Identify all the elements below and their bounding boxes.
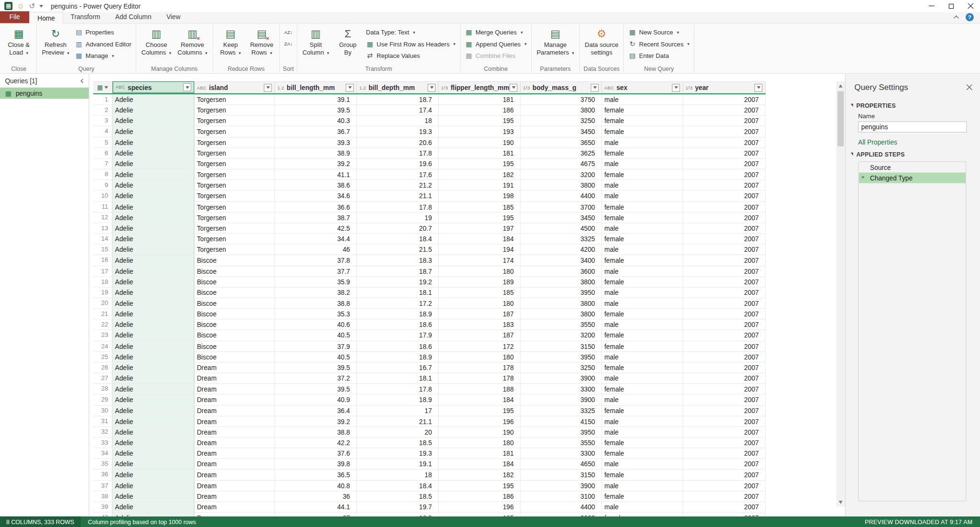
cell-species[interactable]: Adelie <box>112 105 194 116</box>
cell-sex[interactable]: female <box>602 126 683 137</box>
cell-bill_length_mm[interactable]: 38.7 <box>275 213 357 223</box>
cell-bill_depth_mm[interactable]: 18.6 <box>357 320 439 330</box>
cell-year[interactable]: 2007 <box>683 159 766 169</box>
cell-species[interactable]: Adelie <box>112 373 194 384</box>
button-data-source-settings[interactable]: ⚙Data sourcesettings <box>582 24 621 56</box>
cell-bill_depth_mm[interactable]: 20 <box>357 427 439 437</box>
row-number[interactable]: 1 <box>93 94 112 105</box>
minimize-button[interactable] <box>922 0 941 12</box>
button-close-load[interactable]: ▦Close &Load ▾ <box>4 24 34 56</box>
row-number[interactable]: 16 <box>93 255 112 266</box>
cell-bill_length_mm[interactable]: 37 <box>275 513 357 516</box>
cell-species[interactable]: Adelie <box>112 288 194 298</box>
row-number[interactable]: 26 <box>93 362 112 373</box>
cell-species[interactable]: Adelie <box>112 320 194 330</box>
cell-body_mass_g[interactable]: 3550 <box>521 437 602 448</box>
cell-sex[interactable]: female <box>602 449 683 459</box>
all-properties-link[interactable]: All Properties <box>846 133 980 147</box>
cell-year[interactable]: 2007 <box>683 213 766 223</box>
cell-body_mass_g[interactable]: 3800 <box>521 277 602 287</box>
cell-year[interactable]: 2007 <box>683 255 766 266</box>
cell-species[interactable]: Adelie <box>112 202 194 212</box>
cell-bill_length_mm[interactable]: 36.7 <box>275 126 357 137</box>
cell-year[interactable]: 2007 <box>683 341 766 352</box>
cell-bill_depth_mm[interactable]: 17.2 <box>357 298 439 309</box>
row-number[interactable]: 7 <box>93 159 112 169</box>
cell-sex[interactable]: male <box>602 180 683 191</box>
button-advanced-editor[interactable]: ▥Advanced Editor <box>73 39 134 49</box>
cell-species[interactable]: Adelie <box>112 213 194 223</box>
button-choose-columns[interactable]: ▥ChooseColumns ▾ <box>139 24 174 56</box>
cell-flipper_length_mm[interactable]: 195 <box>439 481 521 491</box>
filter-button-species[interactable] <box>183 83 191 91</box>
cell-island[interactable]: Torgersen <box>194 148 275 158</box>
cell-island[interactable]: Biscoe <box>194 352 275 362</box>
undo-icon[interactable]: ↺ <box>29 2 35 10</box>
cell-flipper_length_mm[interactable]: 180 <box>439 437 521 448</box>
cell-body_mass_g[interactable]: 3800 <box>521 298 602 309</box>
column-header-sex[interactable]: ABCsex <box>602 81 683 93</box>
cell-flipper_length_mm[interactable]: 180 <box>439 298 521 309</box>
cell-flipper_length_mm[interactable]: 195 <box>439 213 521 223</box>
cell-island[interactable]: Torgersen <box>194 223 275 234</box>
cell-species[interactable]: Adelie <box>112 223 194 234</box>
cell-year[interactable]: 2007 <box>683 502 766 513</box>
cell-island[interactable]: Dream <box>194 362 275 373</box>
cell-body_mass_g[interactable]: 3900 <box>521 481 602 491</box>
button-sort-desc-icon[interactable]: ZA↓ <box>282 39 294 49</box>
cell-body_mass_g[interactable]: 4500 <box>521 223 602 234</box>
row-number[interactable]: 15 <box>93 245 112 255</box>
cell-bill_length_mm[interactable]: 39.5 <box>275 384 357 394</box>
cell-species[interactable]: Adelie <box>112 277 194 287</box>
cell-bill_length_mm[interactable]: 38.6 <box>275 180 357 191</box>
cell-body_mass_g[interactable]: 3300 <box>521 384 602 394</box>
cell-bill_depth_mm[interactable]: 19.3 <box>357 449 439 459</box>
cell-sex[interactable]: male <box>602 223 683 234</box>
cell-bill_length_mm[interactable]: 34.6 <box>275 191 357 202</box>
cell-sex[interactable]: male <box>602 266 683 277</box>
cell-bill_length_mm[interactable]: 38.8 <box>275 298 357 309</box>
filter-button-bill_length_mm[interactable] <box>345 83 354 91</box>
cell-bill_depth_mm[interactable]: 18.5 <box>357 491 439 502</box>
cell-body_mass_g[interactable]: 3400 <box>521 255 602 266</box>
cell-bill_depth_mm[interactable]: 18.9 <box>357 395 439 405</box>
button-manage-parameters[interactable]: ▤ManageParameters ▾ <box>534 24 577 56</box>
cell-body_mass_g[interactable]: 3650 <box>521 137 602 148</box>
cell-island[interactable]: Biscoe <box>194 255 275 266</box>
restore-button[interactable] <box>941 0 960 12</box>
row-number[interactable]: 25 <box>93 352 112 362</box>
cell-island[interactable]: Torgersen <box>194 213 275 223</box>
cell-bill_length_mm[interactable]: 44.1 <box>275 502 357 513</box>
cell-flipper_length_mm[interactable]: 181 <box>439 94 521 105</box>
cell-body_mass_g[interactable]: 3100 <box>521 491 602 502</box>
cell-flipper_length_mm[interactable]: 184 <box>439 395 521 405</box>
cell-species[interactable]: Adelie <box>112 502 194 513</box>
cell-year[interactable]: 2007 <box>683 180 766 191</box>
cell-bill_length_mm[interactable]: 40.6 <box>275 320 357 330</box>
cell-bill_length_mm[interactable]: 36 <box>275 491 357 502</box>
cell-bill_length_mm[interactable]: 37.6 <box>275 449 357 459</box>
cell-flipper_length_mm[interactable]: 197 <box>439 223 521 234</box>
column-header-bill_depth_mm[interactable]: 1.2bill_depth_mm <box>357 81 439 93</box>
cell-bill_depth_mm[interactable]: 17 <box>357 405 439 416</box>
cell-island[interactable]: Biscoe <box>194 288 275 298</box>
cell-bill_depth_mm[interactable]: 21.1 <box>357 191 439 202</box>
button-replace-values[interactable]: ⇄Replace Values <box>364 51 457 61</box>
cell-bill_length_mm[interactable]: 46 <box>275 245 357 255</box>
cell-sex[interactable]: female <box>602 362 683 373</box>
filter-button-island[interactable] <box>264 83 272 91</box>
cell-flipper_length_mm[interactable]: 196 <box>439 502 521 513</box>
cell-body_mass_g[interactable]: 3950 <box>521 288 602 298</box>
cell-flipper_length_mm[interactable]: 184 <box>439 234 521 245</box>
cell-bill_depth_mm[interactable]: 16.7 <box>357 362 439 373</box>
row-number[interactable]: 18 <box>93 277 112 287</box>
cell-island[interactable]: Torgersen <box>194 159 275 169</box>
scrollbar-thumb[interactable] <box>837 91 844 146</box>
cell-flipper_length_mm[interactable]: 185 <box>439 513 521 516</box>
cell-year[interactable]: 2007 <box>683 427 766 437</box>
cell-species[interactable]: Adelie <box>112 437 194 448</box>
cell-year[interactable]: 2007 <box>683 245 766 255</box>
cell-year[interactable]: 2007 <box>683 309 766 319</box>
cell-bill_depth_mm[interactable]: 18.7 <box>357 266 439 277</box>
cell-island[interactable]: Torgersen <box>194 94 275 105</box>
